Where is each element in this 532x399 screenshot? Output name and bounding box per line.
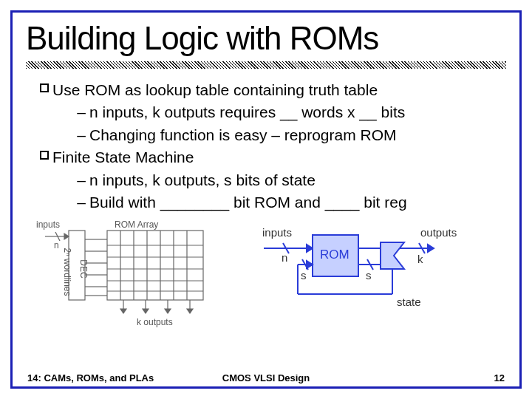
bullet-text: Use ROM as lookup table containing truth… — [52, 79, 500, 101]
title-underline — [26, 61, 506, 69]
label-fsm-rom: ROM — [320, 248, 349, 262]
label-fsm-outputs: outputs — [420, 226, 457, 239]
label-array: ROM Array — [115, 219, 158, 230]
square-bullet-icon — [36, 79, 52, 92]
square-bullet-icon — [36, 146, 52, 160]
footer-center: CMOS VLSI Design — [13, 372, 519, 383]
rom-array-diagram: inputs n DEC 2ⁿ wordlines ROM Array k ou… — [35, 219, 227, 330]
label-n: n — [54, 240, 59, 250]
label-fsm-state: state — [397, 296, 421, 308]
fsm-diagram: inputs outputs n k s s ROM state — [249, 219, 471, 315]
bullet-item: – n inputs, k outputs, s bits of state — [73, 169, 500, 191]
label-fsm-inputs: inputs — [262, 226, 292, 239]
bullet-item: – Build with ________ bit ROM and ____ b… — [73, 191, 500, 214]
svg-marker-26 — [143, 309, 149, 313]
bullet-item: Finite State Machine — [36, 146, 500, 168]
svg-marker-43 — [307, 261, 313, 268]
bullet-item: – Changing function is easy – reprogram … — [73, 124, 500, 146]
bullet-text: Changing function is easy – reprogram RO… — [89, 124, 500, 146]
svg-marker-35 — [428, 245, 434, 252]
bullet-item: – n inputs, k outputs requires __ words … — [73, 101, 500, 123]
label-fsm-s1: s — [301, 269, 307, 282]
bullet-text: n inputs, k outputs requires __ words x … — [89, 101, 500, 123]
svg-marker-28 — [187, 309, 193, 313]
label-wordlines: 2ⁿ wordlines — [62, 248, 72, 296]
bullet-text: Finite State Machine — [52, 146, 500, 168]
label-koutputs: k outputs — [137, 317, 173, 327]
label-fsm-k: k — [417, 253, 423, 265]
svg-marker-27 — [165, 309, 171, 313]
bullet-text: n inputs, k outputs, s bits of state — [89, 169, 500, 191]
footer: 14: CAMs, ROMs, and PLAs CMOS VLSI Desig… — [13, 372, 519, 383]
label-inputs: inputs — [36, 219, 60, 230]
bullet-item: Use ROM as lookup table containing truth… — [36, 79, 500, 101]
svg-marker-25 — [120, 309, 126, 313]
dash-bullet-icon: – — [73, 101, 89, 123]
svg-rect-9 — [107, 231, 203, 300]
label-fsm-n: n — [282, 251, 287, 264]
slide-title: Building Logic with ROMs — [13, 13, 519, 60]
dash-bullet-icon: – — [73, 169, 89, 191]
svg-marker-1 — [64, 233, 69, 239]
dash-bullet-icon: – — [73, 191, 89, 214]
label-dec: DEC — [78, 259, 89, 279]
dash-bullet-icon: – — [73, 124, 89, 146]
content-area: Use ROM as lookup table containing truth… — [13, 73, 519, 214]
svg-marker-31 — [307, 245, 313, 252]
label-fsm-s2: s — [366, 269, 372, 282]
bullet-text: Build with ________ bit ROM and ____ bit… — [89, 191, 500, 214]
